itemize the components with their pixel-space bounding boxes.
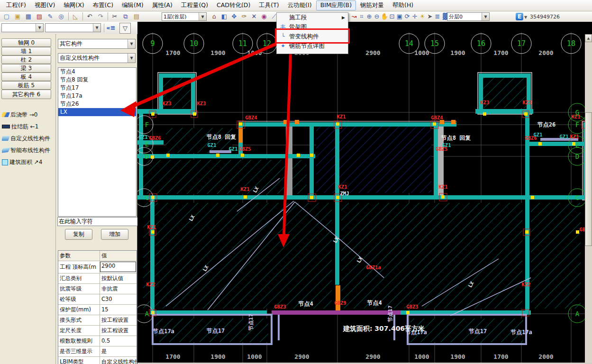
chevron-down-icon[interactable]: ▼: [128, 54, 135, 63]
component-category-combo[interactable]: 其它构件 ▼: [58, 39, 136, 49]
save-icon[interactable]: ▦: [24, 12, 33, 21]
open-file-icon[interactable]: ▣: [13, 12, 22, 21]
scroll-up-icon[interactable]: ▲: [585, 34, 592, 42]
select-attr-icon[interactable]: ✥: [229, 12, 239, 21]
format-paint-icon[interactable]: ◧: [219, 12, 229, 21]
svg-text:ZMJ: ZMJ: [340, 191, 349, 196]
menubar-item[interactable]: CAD转化(D): [212, 0, 255, 10]
chevron-down-icon[interactable]: ▼: [93, 24, 100, 32]
brand-logo-icon[interactable]: E: [516, 13, 523, 20]
sidebar-category-5[interactable]: 板 4: [1, 73, 51, 81]
chevron-down-icon[interactable]: ▼: [524, 15, 527, 19]
property-row[interactable]: 抗震等级非抗震: [58, 284, 137, 294]
property-row[interactable]: 保护层(mm)15: [58, 305, 137, 315]
svg-text:KZ1: KZ1: [241, 186, 250, 192]
menubar-item[interactable]: BIM应用(B): [316, 0, 356, 10]
cut-icon[interactable]: ✂: [110, 12, 119, 21]
prop-value[interactable]: 按默认值: [100, 273, 137, 283]
sidebar-tool-item[interactable]: 拉结筋 ←1: [2, 122, 55, 131]
v-scrollbar-thumb[interactable]: [585, 112, 592, 246]
sidebar-category-7[interactable]: 其它构件 6: [1, 90, 51, 99]
property-row[interactable]: 砼等级C30: [58, 294, 137, 305]
property-row[interactable]: 定尺长度按工程设置: [58, 326, 137, 336]
sidebar-tool-item[interactable]: 建筑面积 ↗4: [2, 157, 55, 167]
component-type-combo[interactable]: 自定义线性构件 ▼: [58, 53, 136, 63]
filter-combo-1[interactable]: ▼: [1, 23, 44, 32]
property-row[interactable]: 根数取整规则0.5: [58, 336, 137, 346]
chevron-down-icon[interactable]: ▼: [199, 13, 206, 20]
property-row[interactable]: 是否三维显示是: [58, 346, 137, 357]
layer-selector[interactable]: 分层0 ▼: [447, 12, 490, 21]
menubar-item[interactable]: 云功能(I): [283, 0, 316, 10]
list-item[interactable]: LX: [58, 108, 136, 116]
sidebar-category-4[interactable]: 梁 3: [1, 64, 51, 73]
menubar-item[interactable]: 工程量(Q): [177, 0, 212, 10]
floor-selector[interactable]: 1层(首层) ▼: [162, 12, 207, 21]
menubar-item[interactable]: 轴网(X): [59, 0, 88, 10]
sidebar-tool-item[interactable]: 自定义线性构件: [2, 134, 55, 143]
cad-canvas[interactable]: 91011121415161718GFEDCAFEDCA 17001700190…: [137, 22, 592, 364]
svg-text:KZ3: KZ3: [197, 100, 206, 106]
menubar-item[interactable]: 属性(A): [148, 0, 177, 10]
copy-icon[interactable]: ⧉: [121, 12, 130, 21]
menubar-item[interactable]: 视图(V): [30, 0, 59, 10]
chevron-down-icon[interactable]: ▼: [36, 24, 43, 32]
prop-value[interactable]: 0.5: [100, 336, 137, 346]
chevron-down-icon[interactable]: ▼: [482, 13, 489, 20]
property-row[interactable]: 接头形式按工程设置: [58, 315, 137, 326]
sidebar-category-3[interactable]: 柱 2: [1, 55, 51, 64]
filter-icon[interactable]: ▽: [119, 23, 131, 34]
prop-value[interactable]: 2900: [100, 261, 137, 273]
property-row[interactable]: 汇总类别按默认值: [58, 273, 137, 284]
sidebar-tool-item[interactable]: 后浇带 →0: [2, 110, 55, 119]
list-item[interactable]: 节点17a: [58, 92, 136, 100]
property-row[interactable]: LBIM类型自定义线性构件: [58, 357, 137, 364]
redo-icon[interactable]: ↷: [96, 12, 105, 21]
prop-value[interactable]: 15: [100, 305, 137, 315]
chevron-down-icon[interactable]: ▼: [128, 39, 135, 48]
property-row[interactable]: 工程 顶标高(m2900: [58, 261, 137, 273]
menubar-item[interactable]: 工具(T): [255, 0, 283, 10]
char-filter-input[interactable]: [57, 217, 139, 226]
view-3d-icon[interactable]: ▓: [440, 12, 450, 21]
undo-icon[interactable]: ↶: [85, 12, 94, 21]
edit-drawing-icon[interactable]: ✎: [46, 12, 55, 21]
paste-icon[interactable]: ▤: [132, 12, 141, 21]
v-scrollbar[interactable]: ▲: [585, 34, 592, 364]
prop-value[interactable]: 自定义线性构件: [100, 357, 137, 364]
prop-key: LBIM类型: [58, 357, 100, 364]
menubar-item[interactable]: 布置(C): [89, 0, 118, 10]
prop-value-editor[interactable]: 2900: [100, 262, 136, 272]
brush-icon[interactable]: ✑: [239, 12, 249, 21]
ramp-icon[interactable]: ◺: [71, 12, 80, 21]
menubar-item[interactable]: 工程(F): [2, 0, 30, 10]
sidebar-category-1[interactable]: 轴网 0: [1, 38, 51, 47]
menubar-item[interactable]: 钢筋对量: [356, 0, 388, 10]
sidebar-category-2[interactable]: 墙 1: [1, 47, 51, 55]
prop-value[interactable]: 按工程设置: [100, 326, 137, 336]
menubar-item[interactable]: 编辑(M): [118, 0, 148, 10]
copy-button[interactable]: 复制: [65, 229, 92, 240]
new-file-icon[interactable]: ▢: [2, 12, 11, 21]
apply-props-icon[interactable]: ⌂: [209, 12, 219, 21]
sidebar-tool-item[interactable]: 智能布线性构件: [2, 146, 55, 155]
prop-value[interactable]: 是: [100, 346, 137, 356]
component-list[interactable]: 节点4节点8 回复节点17节点17a节点26LX: [58, 67, 137, 217]
menubar-item[interactable]: 帮助(H): [388, 0, 418, 10]
batch-find-icon[interactable]: ◉: [259, 12, 269, 21]
popup-menu-item[interactable]: 施工段▶: [277, 13, 348, 22]
list-item[interactable]: 节点4: [58, 68, 136, 76]
add-button[interactable]: 增加: [101, 229, 128, 240]
filter-combo-2[interactable]: ▼: [45, 23, 101, 32]
doc-preview-icon[interactable]: ◎: [56, 12, 66, 21]
sidebar-category-6[interactable]: 板筋 5: [1, 81, 51, 90]
list-item[interactable]: 节点8 回复: [58, 76, 136, 84]
list-item[interactable]: 节点26: [58, 100, 136, 108]
prop-value[interactable]: 按工程设置: [100, 315, 137, 325]
prop-value[interactable]: 非抗震: [100, 284, 137, 294]
collapse-left-icon[interactable]: «≡: [106, 23, 116, 32]
list-item[interactable]: 节点17: [58, 84, 136, 92]
delete-icon[interactable]: ✕: [249, 12, 259, 21]
prop-value[interactable]: C30: [100, 294, 137, 304]
save-flash-icon[interactable]: ▨: [35, 12, 44, 21]
